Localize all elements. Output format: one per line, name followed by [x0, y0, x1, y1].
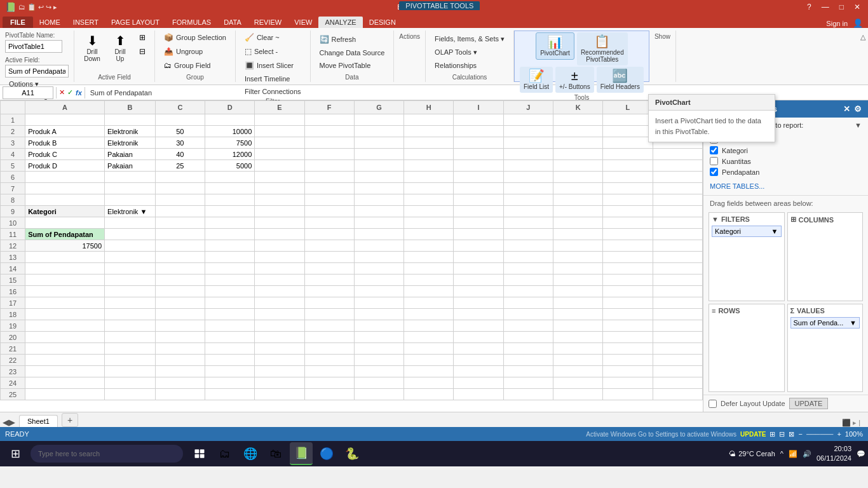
zoom-in-icon[interactable]: + — [837, 430, 841, 438]
grid-cell[interactable] — [354, 377, 403, 389]
grid-cell[interactable] — [454, 206, 503, 217]
grid-cell[interactable] — [304, 389, 354, 400]
grid-cell[interactable] — [25, 286, 105, 297]
tab-file[interactable]: FILE — [3, 17, 33, 28]
grid-cell[interactable] — [205, 320, 255, 332]
grid-cell[interactable] — [553, 206, 602, 217]
tab-view[interactable]: VIEW — [288, 17, 318, 28]
grid-cell[interactable] — [553, 137, 602, 149]
grid-cell[interactable] — [205, 194, 255, 206]
grid-cell[interactable] — [255, 297, 304, 309]
grid-cell[interactable] — [255, 194, 304, 206]
grid-cell[interactable] — [454, 263, 503, 274]
grid-cell[interactable] — [553, 217, 602, 229]
grid-cell[interactable] — [304, 309, 354, 320]
grid-cell[interactable] — [503, 274, 553, 286]
grid-cell[interactable] — [205, 286, 255, 297]
grid-cell[interactable] — [354, 137, 403, 149]
grid-cell[interactable] — [354, 240, 403, 252]
grid-cell[interactable] — [503, 183, 553, 194]
grid-cell[interactable] — [653, 389, 702, 400]
grid-cell[interactable] — [105, 377, 156, 389]
grid-cell[interactable] — [454, 137, 503, 149]
help-icon[interactable]: ? — [804, 3, 814, 11]
grid-cell[interactable] — [503, 355, 553, 366]
grid-cell[interactable] — [653, 172, 702, 183]
grid-cell[interactable] — [255, 377, 304, 389]
grid-cell[interactable] — [653, 343, 702, 355]
taskbar-search-input[interactable] — [31, 445, 183, 463]
grid-cell[interactable] — [404, 114, 454, 126]
grid-cell[interactable] — [454, 172, 503, 183]
grid-cell[interactable] — [255, 274, 304, 286]
grid-cell[interactable] — [304, 217, 354, 229]
grid-cell[interactable] — [553, 297, 602, 309]
grid-cell[interactable] — [503, 206, 553, 217]
grid-cell[interactable] — [454, 309, 503, 320]
defer-layout-checkbox[interactable] — [709, 400, 717, 408]
grid-cell[interactable] — [653, 252, 702, 263]
grid-cell[interactable] — [25, 194, 105, 206]
grid-cell[interactable] — [454, 286, 503, 297]
grid-cell[interactable] — [205, 240, 255, 252]
grid-cell[interactable] — [155, 194, 205, 206]
grid-cell[interactable] — [105, 252, 156, 263]
grid-cell[interactable] — [155, 252, 205, 263]
tab-page-layout[interactable]: PAGE LAYOUT — [105, 17, 166, 28]
grid-cell[interactable] — [155, 286, 205, 297]
grid-cell[interactable] — [255, 343, 304, 355]
pt-field-kuantitas[interactable]: Kuantitas — [710, 156, 862, 166]
grid-cell[interactable] — [404, 320, 454, 332]
pt-area-filters-kategori[interactable]: Kategori ▼ — [712, 226, 782, 237]
grid-cell[interactable] — [25, 172, 105, 183]
grid-cell[interactable] — [553, 343, 602, 355]
grid-cell[interactable] — [155, 274, 205, 286]
grid-cell[interactable] — [155, 332, 205, 343]
grid-cell[interactable] — [354, 183, 403, 194]
grid-cell[interactable] — [25, 377, 105, 389]
grid-cell[interactable] — [454, 240, 503, 252]
grid-cell[interactable] — [205, 355, 255, 366]
grid-cell[interactable] — [503, 160, 553, 172]
grid-cell[interactable] — [304, 229, 354, 240]
grid-cell[interactable] — [155, 206, 205, 217]
view-page-layout-icon[interactable]: ⊟ — [779, 430, 785, 438]
grid-cell[interactable] — [553, 309, 602, 320]
grid-cell[interactable] — [255, 332, 304, 343]
grid-cell[interactable] — [25, 320, 105, 332]
grid-cell[interactable] — [304, 332, 354, 343]
grid-cell[interactable]: 7500 — [205, 137, 255, 149]
grid-cell[interactable] — [304, 377, 354, 389]
grid-cell[interactable] — [155, 229, 205, 240]
grid-cell[interactable] — [553, 332, 602, 343]
grid-cell[interactable] — [304, 263, 354, 274]
grid-cell[interactable] — [653, 332, 702, 343]
pt-area-values-sum[interactable]: Sum of Penda... ▼ — [790, 317, 860, 329]
grid-cell[interactable] — [653, 149, 702, 160]
grid-cell[interactable] — [155, 355, 205, 366]
zoom-out-icon[interactable]: − — [798, 430, 802, 438]
tray-up-arrow[interactable]: ^ — [780, 450, 783, 458]
grid-cell[interactable] — [354, 274, 403, 286]
grid-cell[interactable] — [454, 217, 503, 229]
grid-cell[interactable] — [255, 172, 304, 183]
edge-icon[interactable]: 🌐 — [239, 442, 262, 465]
grid-cell[interactable] — [503, 332, 553, 343]
grid-cell[interactable] — [404, 274, 454, 286]
grid-cell[interactable] — [603, 114, 653, 126]
grid-cell[interactable] — [304, 297, 354, 309]
name-box[interactable] — [3, 86, 53, 99]
grid-cell[interactable]: 30 — [155, 137, 205, 149]
drill-down-button[interactable]: ⬇ DrillDown — [79, 32, 105, 65]
grid-cell[interactable] — [454, 377, 503, 389]
grid-cell[interactable] — [155, 366, 205, 377]
grid-cell[interactable] — [404, 149, 454, 160]
grid-cell[interactable] — [553, 114, 602, 126]
grid-cell[interactable] — [354, 126, 403, 137]
grid-cell[interactable] — [354, 263, 403, 274]
grid-cell[interactable] — [25, 297, 105, 309]
grid-cell[interactable]: 50 — [155, 126, 205, 137]
grid-cell[interactable] — [25, 355, 105, 366]
grid-cell[interactable] — [155, 377, 205, 389]
grid-cell[interactable] — [653, 297, 702, 309]
